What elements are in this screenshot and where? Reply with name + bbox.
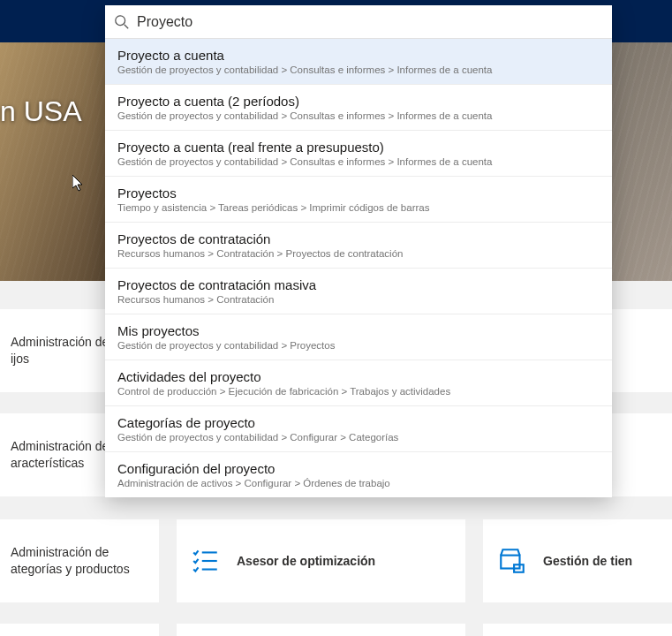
search-result-item[interactable]: ProyectosTiempo y asistencia > Tareas pe… bbox=[105, 177, 612, 223]
search-result-title: Proyecto a cuenta (real frente a presupu… bbox=[117, 140, 600, 155]
tile-label: Asesor de optimización bbox=[237, 553, 375, 570]
search-result-title: Proyectos de contratación bbox=[117, 231, 600, 246]
search-result-path: Gestión de proyectos y contabilidad > Co… bbox=[117, 64, 600, 75]
search-dropdown: Proyecto a cuentaGestión de proyectos y … bbox=[105, 5, 612, 497]
search-result-path: Gestión de proyectos y contabilidad > Co… bbox=[117, 432, 600, 443]
search-result-item[interactable]: Mis proyectosGestión de proyectos y cont… bbox=[105, 314, 612, 360]
search-result-path: Administración de activos > Configurar >… bbox=[117, 478, 600, 488]
search-result-item[interactable]: Categorías de proyectoGestión de proyect… bbox=[105, 406, 612, 452]
search-result-title: Configuración del proyecto bbox=[117, 461, 600, 476]
search-result-item[interactable]: Proyectos de contratación masivaRecursos… bbox=[105, 269, 612, 314]
tile-label: Gestión de tien bbox=[543, 553, 632, 570]
search-result-title: Proyectos de contratación masiva bbox=[117, 277, 600, 292]
tile-placeholder[interactable] bbox=[177, 624, 465, 636]
svg-line-1 bbox=[125, 24, 129, 28]
search-result-path: Recursos humanos > Contratación bbox=[117, 294, 600, 305]
store-icon bbox=[497, 546, 527, 576]
search-result-item[interactable]: Proyecto a cuenta (2 períodos)Gestión de… bbox=[105, 85, 612, 131]
search-result-path: Gestión de proyectos y contabilidad > Co… bbox=[117, 110, 600, 121]
tile-label: Administración deategorías y productos bbox=[0, 544, 130, 578]
tile-label: Administración dearacterísticas bbox=[0, 438, 109, 472]
search-result-title: Proyectos bbox=[117, 186, 600, 201]
search-result-title: Proyecto a cuenta (2 períodos) bbox=[117, 94, 600, 109]
checklist-icon bbox=[191, 546, 221, 576]
search-result-item[interactable]: Proyecto a cuentaGestión de proyectos y … bbox=[105, 39, 612, 85]
svg-point-0 bbox=[116, 15, 125, 25]
svg-rect-5 bbox=[501, 556, 519, 569]
tile-admin-categorias[interactable]: Administración deategorías y productos bbox=[0, 519, 159, 602]
search-result-item[interactable]: Actividades del proyectoControl de produ… bbox=[105, 360, 612, 406]
tile-gestion-tien[interactable]: Gestión de tien bbox=[483, 519, 672, 602]
search-results-list: Proyecto a cuentaGestión de proyectos y … bbox=[105, 39, 612, 497]
search-result-path: Gestión de proyectos y contabilidad > Pr… bbox=[117, 340, 600, 351]
tile-label: Administración deijos bbox=[0, 334, 109, 367]
search-result-path: Gestión de proyectos y contabilidad > Co… bbox=[117, 156, 600, 167]
search-result-title: Categorías de proyecto bbox=[117, 415, 600, 430]
search-result-item[interactable]: Proyectos de contrataciónRecursos humano… bbox=[105, 223, 612, 269]
search-input[interactable] bbox=[137, 14, 603, 30]
tile-placeholder[interactable] bbox=[483, 624, 672, 636]
tile-asesor-optimizacion[interactable]: Asesor de optimización bbox=[177, 519, 465, 602]
search-result-title: Mis proyectos bbox=[117, 323, 600, 338]
search-result-title: Proyecto a cuenta bbox=[117, 48, 600, 63]
search-result-path: Tiempo y asistencia > Tareas periódicas … bbox=[117, 202, 600, 213]
search-result-item[interactable]: Proyecto a cuenta (real frente a presupu… bbox=[105, 131, 612, 177]
search-result-item[interactable]: Configuración del proyectoAdministración… bbox=[105, 452, 612, 497]
tile-placeholder[interactable] bbox=[0, 624, 159, 636]
search-result-title: Actividades del proyecto bbox=[117, 369, 600, 384]
banner-text: n USA bbox=[0, 95, 81, 128]
search-result-path: Control de producción > Ejecución de fab… bbox=[117, 386, 600, 397]
search-result-path: Recursos humanos > Contratación > Proyec… bbox=[117, 248, 600, 259]
search-bar bbox=[105, 5, 612, 39]
search-icon bbox=[114, 14, 130, 30]
